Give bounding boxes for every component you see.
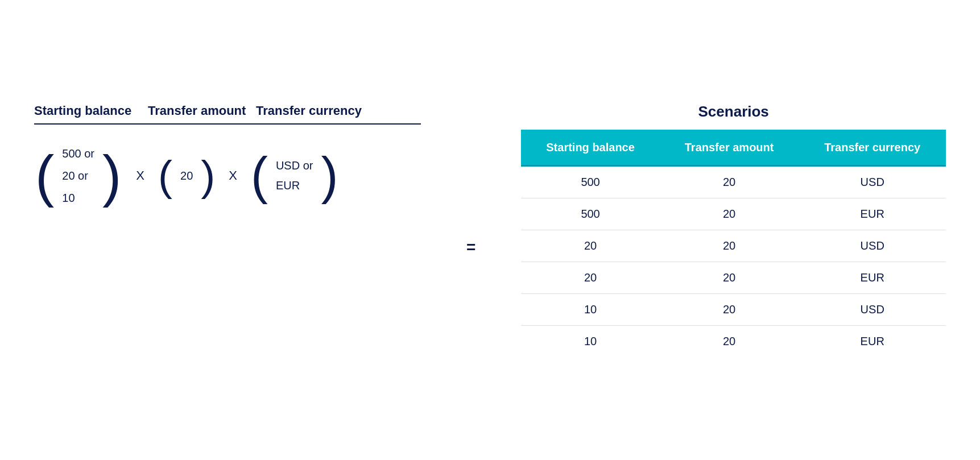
single-bracket-left: (: [158, 155, 172, 197]
table-cell-3-1: 20: [660, 262, 799, 294]
single-value-matrix: ( 20 ): [158, 155, 215, 197]
table-head: Starting balance Transfer amount Transfe…: [521, 130, 946, 166]
starting-balance-values: 500 or 20 or 10: [55, 142, 101, 210]
table-cell-4-0: 10: [521, 294, 659, 326]
table-cell-4-2: USD: [799, 294, 946, 326]
scenarios-title: Scenarios: [521, 103, 946, 121]
col-header-currency: Transfer currency: [799, 130, 946, 166]
matrix-value-2: 20 or: [62, 169, 94, 183]
left-headers: Starting balance Transfer amount Transfe…: [34, 103, 421, 119]
single-value-label: 20: [172, 169, 201, 183]
expression-row: ( 500 or 20 or 10 ) X ( 20 ) X (: [34, 142, 421, 210]
currency-bracket-left: (: [251, 150, 268, 201]
right-side: Scenarios Starting balance Transfer amou…: [521, 103, 946, 357]
starting-balance-matrix: ( 500 or 20 or 10 ): [34, 142, 122, 210]
header-divider: [34, 123, 421, 125]
table-cell-5-2: EUR: [799, 326, 946, 358]
currency-values: USD or EUR: [268, 150, 321, 201]
currency-bracket-right: ): [321, 150, 338, 201]
header-transfer-currency: Transfer currency: [256, 103, 375, 119]
table-cell-0-1: 20: [660, 166, 799, 198]
left-side: Starting balance Transfer amount Transfe…: [34, 103, 421, 210]
table-cell-2-1: 20: [660, 230, 799, 262]
equals-symbol: =: [455, 238, 487, 256]
single-bracket-right: ): [201, 155, 215, 197]
table-cell-5-0: 10: [521, 326, 659, 358]
header-transfer-amount: Transfer amount: [148, 103, 256, 119]
times-symbol-2: X: [225, 168, 241, 183]
table-row: 1020EUR: [521, 326, 946, 358]
times-symbol-1: X: [133, 168, 148, 183]
table-cell-2-2: USD: [799, 230, 946, 262]
header-starting-balance: Starting balance: [34, 103, 148, 119]
bracket-right-1: ): [101, 142, 122, 210]
table-cell-0-0: 500: [521, 166, 659, 198]
page-container: Starting balance Transfer amount Transfe…: [0, 80, 980, 380]
currency-value-1: USD or: [276, 159, 313, 172]
table-row: 1020USD: [521, 294, 946, 326]
table-body: 50020USD50020EUR2020USD2020EUR1020USD102…: [521, 166, 946, 358]
matrix-value-1: 500 or: [62, 147, 94, 160]
col-header-starting: Starting balance: [521, 130, 659, 166]
scenarios-table: Starting balance Transfer amount Transfe…: [521, 130, 946, 357]
col-header-amount: Transfer amount: [660, 130, 799, 166]
currency-value-2: EUR: [276, 179, 313, 192]
table-cell-1-1: 20: [660, 198, 799, 230]
table-row: 50020EUR: [521, 198, 946, 230]
table-cell-0-2: USD: [799, 166, 946, 198]
table-row: 2020EUR: [521, 262, 946, 294]
matrix-value-3: 10: [62, 192, 94, 205]
table-cell-1-2: EUR: [799, 198, 946, 230]
table-cell-2-0: 20: [521, 230, 659, 262]
currency-matrix: ( USD or EUR ): [251, 150, 338, 201]
table-row: 50020USD: [521, 166, 946, 198]
table-cell-3-2: EUR: [799, 262, 946, 294]
table-cell-1-0: 500: [521, 198, 659, 230]
table-row: 2020USD: [521, 230, 946, 262]
table-cell-5-1: 20: [660, 326, 799, 358]
table-cell-3-0: 20: [521, 262, 659, 294]
table-header-row: Starting balance Transfer amount Transfe…: [521, 130, 946, 166]
bracket-left-1: (: [34, 142, 55, 210]
table-cell-4-1: 20: [660, 294, 799, 326]
